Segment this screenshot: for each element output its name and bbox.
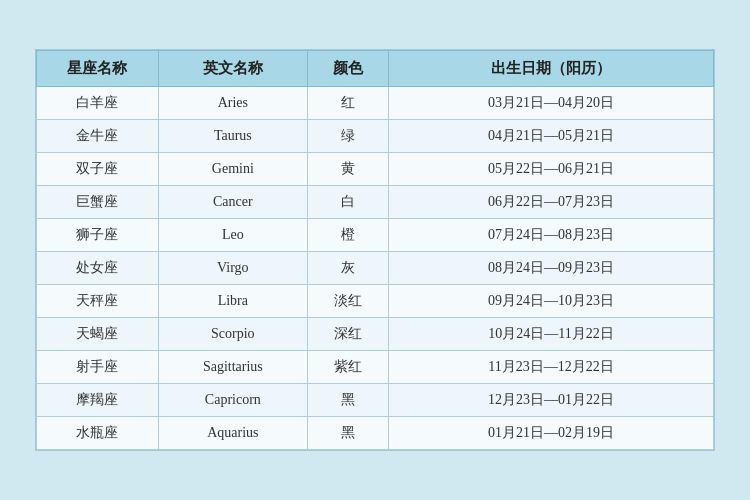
table-row: 金牛座Taurus绿04月21日—05月21日 [37, 120, 714, 153]
table-row: 处女座Virgo灰08月24日—09月23日 [37, 252, 714, 285]
cell-en: Capricorn [158, 384, 307, 417]
cell-date: 04月21日—05月21日 [389, 120, 714, 153]
cell-zh: 射手座 [37, 351, 159, 384]
cell-en: Gemini [158, 153, 307, 186]
cell-date: 09月24日—10月23日 [389, 285, 714, 318]
cell-en: Sagittarius [158, 351, 307, 384]
table-row: 摩羯座Capricorn黑12月23日—01月22日 [37, 384, 714, 417]
cell-color: 灰 [307, 252, 388, 285]
cell-color: 深红 [307, 318, 388, 351]
header-en: 英文名称 [158, 51, 307, 87]
table-header-row: 星座名称 英文名称 颜色 出生日期（阳历） [37, 51, 714, 87]
cell-zh: 白羊座 [37, 87, 159, 120]
cell-en: Virgo [158, 252, 307, 285]
cell-color: 橙 [307, 219, 388, 252]
zodiac-table-container: 星座名称 英文名称 颜色 出生日期（阳历） 白羊座Aries红03月21日—04… [35, 49, 715, 451]
cell-en: Libra [158, 285, 307, 318]
cell-en: Scorpio [158, 318, 307, 351]
cell-zh: 天秤座 [37, 285, 159, 318]
table-row: 狮子座Leo橙07月24日—08月23日 [37, 219, 714, 252]
table-row: 天蝎座Scorpio深红10月24日—11月22日 [37, 318, 714, 351]
cell-zh: 金牛座 [37, 120, 159, 153]
cell-en: Aquarius [158, 417, 307, 450]
table-row: 天秤座Libra淡红09月24日—10月23日 [37, 285, 714, 318]
cell-date: 06月22日—07月23日 [389, 186, 714, 219]
cell-en: Leo [158, 219, 307, 252]
table-row: 水瓶座Aquarius黑01月21日—02月19日 [37, 417, 714, 450]
cell-zh: 摩羯座 [37, 384, 159, 417]
table-row: 射手座Sagittarius紫红11月23日—12月22日 [37, 351, 714, 384]
cell-color: 红 [307, 87, 388, 120]
cell-zh: 双子座 [37, 153, 159, 186]
cell-zh: 巨蟹座 [37, 186, 159, 219]
cell-color: 淡红 [307, 285, 388, 318]
cell-color: 白 [307, 186, 388, 219]
header-color: 颜色 [307, 51, 388, 87]
cell-en: Cancer [158, 186, 307, 219]
zodiac-table: 星座名称 英文名称 颜色 出生日期（阳历） 白羊座Aries红03月21日—04… [36, 50, 714, 450]
cell-color: 绿 [307, 120, 388, 153]
cell-zh: 天蝎座 [37, 318, 159, 351]
header-zh: 星座名称 [37, 51, 159, 87]
cell-date: 07月24日—08月23日 [389, 219, 714, 252]
cell-date: 05月22日—06月21日 [389, 153, 714, 186]
cell-zh: 处女座 [37, 252, 159, 285]
cell-zh: 水瓶座 [37, 417, 159, 450]
header-date: 出生日期（阳历） [389, 51, 714, 87]
table-row: 白羊座Aries红03月21日—04月20日 [37, 87, 714, 120]
table-row: 双子座Gemini黄05月22日—06月21日 [37, 153, 714, 186]
cell-color: 黄 [307, 153, 388, 186]
cell-date: 11月23日—12月22日 [389, 351, 714, 384]
cell-color: 黑 [307, 384, 388, 417]
cell-date: 03月21日—04月20日 [389, 87, 714, 120]
cell-date: 10月24日—11月22日 [389, 318, 714, 351]
cell-en: Aries [158, 87, 307, 120]
cell-date: 12月23日—01月22日 [389, 384, 714, 417]
cell-color: 紫红 [307, 351, 388, 384]
cell-date: 01月21日—02月19日 [389, 417, 714, 450]
cell-en: Taurus [158, 120, 307, 153]
cell-zh: 狮子座 [37, 219, 159, 252]
table-row: 巨蟹座Cancer白06月22日—07月23日 [37, 186, 714, 219]
cell-color: 黑 [307, 417, 388, 450]
cell-date: 08月24日—09月23日 [389, 252, 714, 285]
